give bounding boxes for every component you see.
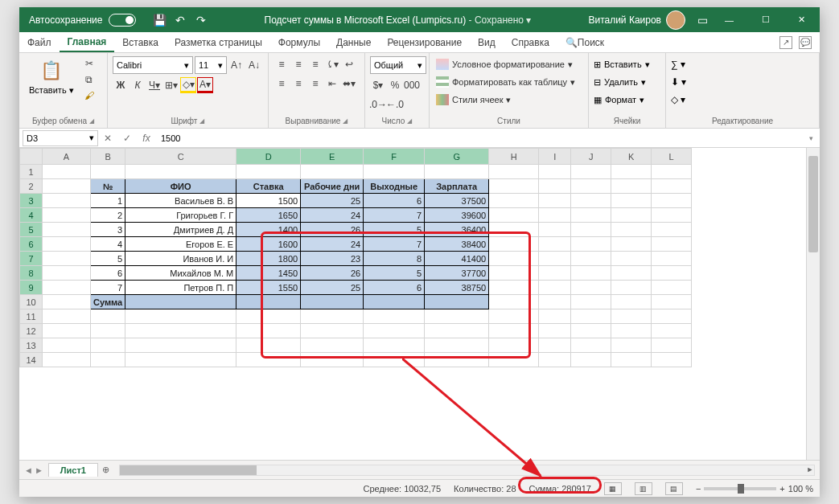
row-header[interactable]: 4 <box>20 208 43 223</box>
cell-no[interactable]: 1 <box>91 194 125 208</box>
autosave-toggle[interactable] <box>109 14 136 27</box>
row-header[interactable]: 8 <box>20 266 43 281</box>
horizontal-scrollbar[interactable]: ◄► <box>119 465 815 476</box>
cell-salary[interactable]: 37500 <box>425 194 489 208</box>
save-icon[interactable]: 💾 <box>150 11 168 29</box>
tab-insert[interactable]: Вставка <box>114 32 167 52</box>
currency-icon[interactable]: $▾ <box>370 77 386 93</box>
zoom-out-button[interactable]: − <box>696 484 701 494</box>
cell[interactable] <box>91 165 125 179</box>
header-fio[interactable]: ФИО <box>125 179 236 194</box>
sheet-nav-prev-icon[interactable]: ◄ <box>24 465 33 475</box>
tab-formulas[interactable]: Формулы <box>270 32 328 52</box>
cell[interactable] <box>43 252 91 266</box>
cell-no[interactable]: 4 <box>91 237 125 252</box>
clear-button[interactable]: ◇ ▾ <box>671 92 686 108</box>
header-salary[interactable]: Зарплата <box>425 179 489 194</box>
cell[interactable] <box>91 309 125 324</box>
cell-no[interactable]: 3 <box>91 223 125 237</box>
cell[interactable] <box>43 194 91 208</box>
row-header[interactable]: 2 <box>20 179 43 194</box>
cell[interactable] <box>301 338 364 353</box>
tab-review[interactable]: Рецензирование <box>379 32 470 52</box>
row-header[interactable]: 7 <box>20 252 43 266</box>
cell[interactable] <box>43 208 91 223</box>
cell[interactable] <box>539 266 571 281</box>
cell[interactable] <box>43 338 91 353</box>
cell[interactable] <box>571 208 611 223</box>
comma-icon[interactable]: 000 <box>404 77 420 93</box>
column-header-D[interactable]: D <box>236 149 301 165</box>
fx-icon[interactable]: fx <box>137 133 156 144</box>
cell[interactable] <box>364 295 425 309</box>
cell[interactable] <box>301 165 364 179</box>
cell[interactable] <box>571 252 611 266</box>
comments-button[interactable]: 💬 <box>799 36 812 49</box>
cell[interactable] <box>571 194 611 208</box>
tab-file[interactable]: Файл <box>19 32 60 52</box>
cell[interactable] <box>125 295 236 309</box>
cell[interactable] <box>652 353 692 367</box>
align-top-icon[interactable]: ≡ <box>273 56 290 72</box>
cell-fio[interactable]: Егоров Е. Е <box>125 237 236 252</box>
cell[interactable] <box>571 281 611 295</box>
tab-view[interactable]: Вид <box>470 32 504 52</box>
cell-salary[interactable]: 38750 <box>425 281 489 295</box>
normal-view-icon[interactable]: ▦ <box>604 482 622 495</box>
minimize-button[interactable]: — <box>711 7 747 32</box>
row-header[interactable]: 1 <box>20 165 43 179</box>
formula-input[interactable]: 1500 <box>156 133 802 143</box>
underline-button[interactable]: Ч▾ <box>146 77 162 93</box>
cell[interactable] <box>652 223 692 237</box>
cell-rate[interactable]: 1450 <box>236 266 301 281</box>
cell[interactable] <box>571 353 611 367</box>
column-header-K[interactable]: K <box>611 149 652 165</box>
decrease-decimal-icon[interactable]: ←.0 <box>387 96 403 113</box>
cell[interactable] <box>611 309 652 324</box>
row-header[interactable]: 6 <box>20 237 43 252</box>
cell[interactable] <box>539 324 571 338</box>
select-all-corner[interactable] <box>20 149 43 165</box>
font-size-combo[interactable]: 11▾ <box>195 56 227 74</box>
align-right-icon[interactable]: ≡ <box>307 76 323 92</box>
cell-rate[interactable]: 1600 <box>236 237 301 252</box>
cell[interactable] <box>489 281 539 295</box>
cell-salary[interactable]: 38400 <box>425 237 489 252</box>
tab-help[interactable]: Справка <box>504 32 557 52</box>
tab-home[interactable]: Главная <box>60 32 115 52</box>
cell[interactable] <box>125 165 236 179</box>
row-header[interactable]: 11 <box>20 309 43 324</box>
cell[interactable] <box>539 338 571 353</box>
cell-fio[interactable]: Петров П. П <box>125 281 236 295</box>
cell[interactable] <box>236 338 301 353</box>
fill-button[interactable]: ⬇ ▾ <box>671 74 686 90</box>
cell[interactable] <box>571 295 611 309</box>
cell[interactable] <box>236 295 301 309</box>
cell-no[interactable]: 2 <box>91 208 125 223</box>
cell-salary[interactable]: 37700 <box>425 266 489 281</box>
tab-data[interactable]: Данные <box>328 32 379 52</box>
cell[interactable] <box>91 338 125 353</box>
cell[interactable] <box>236 309 301 324</box>
cell[interactable] <box>43 324 91 338</box>
cell[interactable] <box>611 338 652 353</box>
cell[interactable] <box>539 237 571 252</box>
cell[interactable] <box>91 353 125 367</box>
cell[interactable] <box>539 353 571 367</box>
row-header[interactable]: 9 <box>20 281 43 295</box>
cell[interactable] <box>571 179 611 194</box>
cell[interactable] <box>611 179 652 194</box>
cell[interactable] <box>652 266 692 281</box>
cell[interactable] <box>652 165 692 179</box>
cell[interactable] <box>652 194 692 208</box>
cell[interactable] <box>425 338 489 353</box>
cell[interactable] <box>301 309 364 324</box>
bold-button[interactable]: Ж <box>113 77 129 93</box>
cell-styles-button[interactable]: Стили ячеек ▾ <box>434 92 577 108</box>
cell[interactable] <box>489 223 539 237</box>
wrap-text-icon[interactable]: ↩ <box>341 56 357 72</box>
maximize-button[interactable]: ☐ <box>747 7 783 32</box>
delete-cells-button[interactable]: ⊟ Удалить ▾ <box>594 74 650 90</box>
cell[interactable] <box>611 194 652 208</box>
cell[interactable] <box>571 324 611 338</box>
